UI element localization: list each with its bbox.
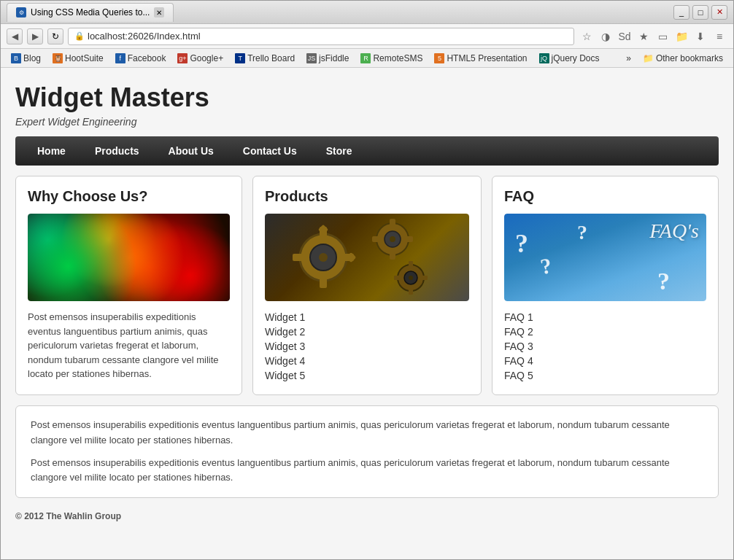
- why-choose-us-image: [28, 214, 230, 301]
- other-bookmarks-label: Other bookmarks: [656, 53, 723, 63]
- nav-home[interactable]: Home: [23, 136, 80, 166]
- faq-clouds-label: FAQ's: [649, 219, 699, 243]
- bookmark-favicon: jQ: [539, 53, 549, 63]
- bookmarks-bar: B Blog 🦉 HootSuite f Facebook g+ Google+…: [1, 49, 733, 68]
- window-controls: _ □ ✕: [673, 5, 727, 20]
- back-button[interactable]: ◀: [7, 28, 23, 44]
- bookmark-googleplus[interactable]: g+ Google+: [173, 52, 228, 65]
- other-bookmarks-button[interactable]: 📁 Other bookmarks: [638, 52, 727, 65]
- site-title: Widget Masters: [15, 82, 719, 113]
- bookmark-favicon: g+: [177, 53, 188, 63]
- screen-icon[interactable]: ▭: [654, 28, 671, 44]
- content-columns: Why Choose Us? Post emensos insuperabili…: [15, 176, 719, 395]
- bookmark-jsfiddle[interactable]: JS jsFiddle: [302, 52, 353, 65]
- why-choose-us-title: Why Choose Us?: [28, 188, 230, 205]
- menu-icon[interactable]: ≡: [711, 28, 727, 44]
- folder-icon[interactable]: 📁: [673, 28, 689, 44]
- svg-rect-22: [421, 276, 428, 280]
- bookmark-favicon: R: [360, 53, 371, 63]
- list-item: Widget 5: [265, 368, 469, 383]
- forward-button[interactable]: ▶: [27, 28, 43, 44]
- nav-products[interactable]: Products: [80, 136, 154, 166]
- page-content: Widget Masters Expert Widget Engineering…: [1, 68, 733, 559]
- close-button[interactable]: ✕: [711, 5, 727, 20]
- question-mark-3: ?: [538, 253, 554, 279]
- bookmark-label: Blog: [23, 53, 41, 63]
- reload-button[interactable]: ↻: [47, 28, 63, 44]
- bookmark-label: jQuery Docs: [552, 53, 600, 63]
- bookmarks-more-button[interactable]: »: [622, 52, 636, 65]
- svg-point-2: [319, 253, 328, 262]
- question-mark-4: ?: [657, 268, 670, 295]
- question-mark-2: ?: [577, 221, 587, 244]
- reading-mode-icon[interactable]: ◑: [598, 28, 614, 44]
- faq-list: FAQ 1 FAQ 2 FAQ 3 FAQ 4 FAQ 5: [504, 310, 706, 383]
- maximize-button[interactable]: □: [692, 5, 708, 20]
- bookmark-remotesms[interactable]: R RemoteSMS: [356, 52, 427, 65]
- url-icon: 🔒: [74, 31, 85, 41]
- bookmark-blog[interactable]: B Blog: [7, 52, 45, 65]
- bookmark-favicon: T: [235, 53, 245, 63]
- bottom-paragraph-2: Post emensos insuperabilis expeditionis …: [31, 456, 703, 486]
- page-footer: © 2012 The Wahlin Group: [15, 508, 719, 527]
- bookmark-label: HTML5 Presentation: [447, 53, 527, 63]
- bookmark-trello[interactable]: T Trello Board: [231, 52, 299, 65]
- bookmark-favicon: JS: [306, 53, 317, 63]
- browser-tab[interactable]: ⚙ Using CSS Media Queries to... ✕: [7, 3, 174, 22]
- bookmark-html5[interactable]: 5 HTML5 Presentation: [430, 52, 531, 65]
- svg-rect-19: [409, 261, 413, 268]
- bookmark-hootsuite[interactable]: 🦉 HootSuite: [48, 52, 108, 65]
- faq-graphic: ? ? ? ? FAQ's: [504, 214, 706, 301]
- tab-favicon: ⚙: [16, 7, 26, 18]
- svg-point-11: [390, 236, 395, 242]
- site-tagline: Expert Widget Engineering: [15, 116, 719, 128]
- bookmark-jquery[interactable]: jQ jQuery Docs: [535, 52, 604, 65]
- minimize-button[interactable]: _: [673, 5, 689, 20]
- list-item: FAQ 1: [504, 310, 706, 324]
- svg-rect-14: [372, 236, 379, 242]
- products-list: Widget 1 Widget 2 Widget 3 Widget 4 Widg…: [265, 310, 469, 383]
- svg-rect-4: [320, 278, 327, 288]
- url-bar[interactable]: 🔒 localhost:26026/Index.html: [68, 28, 574, 45]
- list-item: Widget 4: [265, 354, 469, 368]
- question-mark-1: ?: [515, 228, 528, 259]
- faq-image: ? ? ? ? FAQ's: [504, 214, 706, 301]
- list-item: FAQ 5: [504, 368, 706, 383]
- bottom-text-block: Post emensos insuperabilis expeditionis …: [15, 405, 719, 498]
- products-image: [265, 214, 469, 301]
- list-item: Widget 2: [265, 324, 469, 339]
- bookmark-label: Google+: [190, 53, 223, 63]
- bookmark-favicon: 🦉: [53, 53, 63, 63]
- nav-contact-us[interactable]: Contact Us: [228, 136, 312, 166]
- svg-rect-15: [406, 236, 413, 242]
- address-bar: ◀ ▶ ↻ 🔒 localhost:26026/Index.html ☆ ◑ S…: [1, 24, 733, 49]
- tab-title: Using CSS Media Queries to...: [31, 7, 150, 18]
- bookmark-label: jsFiddle: [319, 53, 349, 63]
- bookmark-favicon: 5: [434, 53, 444, 63]
- bookmark-icon[interactable]: ★: [636, 28, 652, 44]
- nav-store[interactable]: Store: [312, 136, 367, 166]
- nav-about-us[interactable]: About Us: [154, 136, 228, 166]
- download-icon[interactable]: ⬇: [692, 28, 708, 44]
- products-title: Products: [265, 188, 469, 205]
- bookmark-label: Trello Board: [247, 53, 295, 63]
- svg-rect-5: [293, 254, 303, 261]
- site-header: Widget Masters Expert Widget Engineering: [15, 82, 719, 128]
- faq-title: FAQ: [504, 188, 706, 205]
- browser-window: ⚙ Using CSS Media Queries to... ✕ _ □ ✕ …: [0, 0, 734, 560]
- svg-rect-12: [390, 219, 395, 226]
- svg-point-18: [409, 276, 413, 280]
- star-icon[interactable]: ☆: [579, 28, 595, 44]
- svg-rect-13: [390, 252, 395, 260]
- bookmark-facebook[interactable]: f Facebook: [111, 52, 171, 65]
- gears-graphic: [265, 214, 469, 301]
- list-item: FAQ 2: [504, 324, 706, 339]
- sync-icon[interactable]: Sd: [617, 28, 633, 44]
- svg-rect-20: [409, 288, 413, 295]
- list-item: Widget 1: [265, 310, 469, 324]
- why-choose-us-text: Post emensos insuperabilis expeditionis …: [28, 310, 230, 381]
- toolbar-icons: ☆ ◑ Sd ★ ▭ 📁 ⬇ ≡: [579, 28, 727, 44]
- list-item: FAQ 4: [504, 354, 706, 368]
- svg-rect-21: [394, 276, 401, 280]
- tab-close-button[interactable]: ✕: [154, 7, 164, 18]
